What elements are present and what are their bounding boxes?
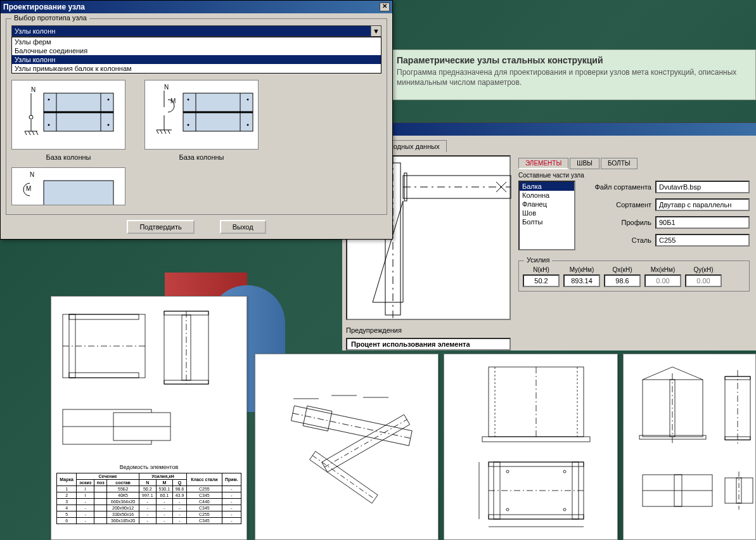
svg-text:M: M — [26, 185, 31, 192]
svg-text:N: N — [30, 171, 34, 178]
svg-line-59 — [324, 420, 407, 467]
report-table: Марка Сечение Усилия,кН Класс стали Прим… — [56, 473, 241, 524]
list-item[interactable]: Фланец — [520, 200, 574, 209]
svg-rect-44 — [69, 314, 139, 319]
prototype-dropdown[interactable]: Узлы ферм Балочные соединения Узлы колон… — [11, 37, 381, 74]
table-row: 6-360х185х20---С345- — [57, 518, 241, 524]
preview2-label: База колонны — [179, 153, 224, 161]
table-row: 4-200х90х12---С345- — [57, 505, 241, 511]
force-header: N(кН) — [523, 266, 560, 273]
svg-rect-46 — [164, 311, 208, 384]
close-icon[interactable]: ✕ — [380, 3, 390, 11]
svg-point-29 — [188, 99, 189, 101]
label-file: Файл сортамента — [582, 183, 651, 191]
dropdown-item[interactable]: Узлы примыкания балок к колоннам — [12, 64, 381, 73]
input-steel[interactable]: С255 — [655, 234, 750, 247]
forces-label: Усилия — [524, 256, 552, 264]
preview1-label: База колонны — [46, 153, 91, 161]
banner-title: Параметрические узлы стальных конструкци… — [397, 55, 749, 65]
svg-point-30 — [188, 124, 189, 126]
svg-point-16 — [48, 99, 50, 101]
svg-point-32 — [247, 124, 249, 126]
confirm-button[interactable]: Подтвердить — [127, 220, 194, 234]
svg-point-77 — [563, 470, 566, 473]
banner-desc: Программа предназначена для проектирован… — [397, 68, 749, 87]
usage-label: Процент использования элемента — [346, 338, 511, 350]
parts-list[interactable]: Балка Колонна Фланец Шов Болты — [518, 181, 575, 250]
svg-text:M: M — [170, 98, 176, 105]
svg-rect-75 — [489, 515, 584, 519]
svg-rect-85 — [639, 435, 706, 439]
svg-point-76 — [506, 470, 509, 473]
sheet-4 — [623, 354, 756, 540]
svg-point-19 — [108, 124, 110, 126]
svg-rect-66 — [482, 437, 590, 442]
force-value[interactable]: 0.00 — [685, 274, 722, 287]
force-value[interactable]: 50.2 — [523, 274, 560, 287]
dropdown-item[interactable]: Балочные соединения — [12, 46, 381, 55]
svg-text:N: N — [164, 84, 169, 91]
svg-point-18 — [108, 99, 110, 101]
prototype-combo[interactable]: Узлы колонн ▼ — [11, 25, 381, 37]
preview-2[interactable]: N M База колонны — [144, 80, 259, 161]
dropdown-item[interactable]: Узлы колонн — [12, 55, 381, 64]
force-value[interactable]: 98.6 — [604, 274, 641, 287]
preview-1[interactable]: N База колонны — [11, 80, 125, 161]
warnings-label: Предупреждения — [346, 326, 511, 334]
design-dialog: Проектирование узла ✕ Выбор прототипа уз… — [0, 0, 393, 240]
svg-point-17 — [48, 124, 50, 126]
input-profile[interactable]: 90Б1 — [655, 216, 750, 229]
subtab-welds[interactable]: ШВЫ — [570, 158, 599, 169]
svg-point-78 — [506, 508, 509, 511]
svg-point-79 — [563, 508, 566, 511]
parts-label: Составные части узла — [518, 172, 750, 179]
force-header: My(кНм) — [563, 266, 600, 273]
info-banner: Параметрические узлы стальных конструкци… — [363, 49, 756, 100]
table-row: 3-660х364х20---С440- — [57, 499, 241, 505]
force-header: Qy(кН) — [685, 266, 722, 273]
list-item[interactable]: Балка — [520, 182, 574, 191]
table-row: 5-330х50х16---С255- — [57, 511, 241, 518]
table-row: 2I40К5997.160.143.9С345- — [57, 492, 241, 499]
properties-window: Свойства Задание исходных данных — [342, 122, 756, 350]
subtab-bolts[interactable]: БОЛТЫ — [601, 158, 637, 169]
force-value[interactable]: 0.00 — [644, 274, 681, 287]
report-sheet: Ведомость элементов Марка Сечение Усилия… — [51, 296, 247, 540]
label-steel: Сталь — [582, 236, 651, 244]
dropdown-item[interactable]: Узлы ферм — [12, 37, 381, 46]
table-row: 1I55Б250.2530.198.6С255- — [57, 486, 241, 492]
exit-button[interactable]: Выход — [220, 220, 266, 234]
sheet-2 — [255, 354, 439, 540]
list-item[interactable]: Болты — [520, 217, 574, 226]
preview-3[interactable]: N M — [11, 167, 125, 209]
report-title: Ведомость элементов — [56, 464, 241, 470]
properties-title: Свойства — [342, 123, 756, 136]
svg-rect-45 — [69, 373, 139, 378]
chevron-down-icon[interactable]: ▼ — [371, 26, 381, 36]
input-sort[interactable]: Двутавр с параллельн — [655, 198, 750, 211]
svg-rect-38 — [44, 181, 113, 205]
svg-rect-82 — [643, 380, 703, 437]
subtab-elements[interactable]: ЭЛЕМЕНТЫ — [518, 158, 568, 169]
label-profile: Профиль — [582, 219, 651, 226]
svg-point-22 — [29, 115, 33, 119]
list-item[interactable]: Шов — [520, 209, 574, 217]
force-value[interactable]: 893.14 — [563, 274, 600, 287]
input-file[interactable]: DvutavrB.bsp — [655, 181, 750, 193]
force-header: Mx(кНм) — [644, 266, 681, 273]
sheet-3 — [444, 354, 618, 540]
label-sort: Сортамент — [582, 201, 651, 209]
dialog-title: Проектирование узла — [3, 3, 85, 11]
group-label: Выбор прототипа узла — [11, 14, 89, 22]
svg-text:N: N — [31, 86, 35, 93]
svg-rect-74 — [489, 462, 584, 466]
force-header: Qx(кН) — [604, 266, 641, 273]
svg-line-61 — [312, 456, 375, 499]
list-item[interactable]: Колонна — [520, 191, 574, 200]
combo-selected: Узлы колонн — [12, 26, 371, 36]
svg-point-31 — [247, 99, 249, 101]
